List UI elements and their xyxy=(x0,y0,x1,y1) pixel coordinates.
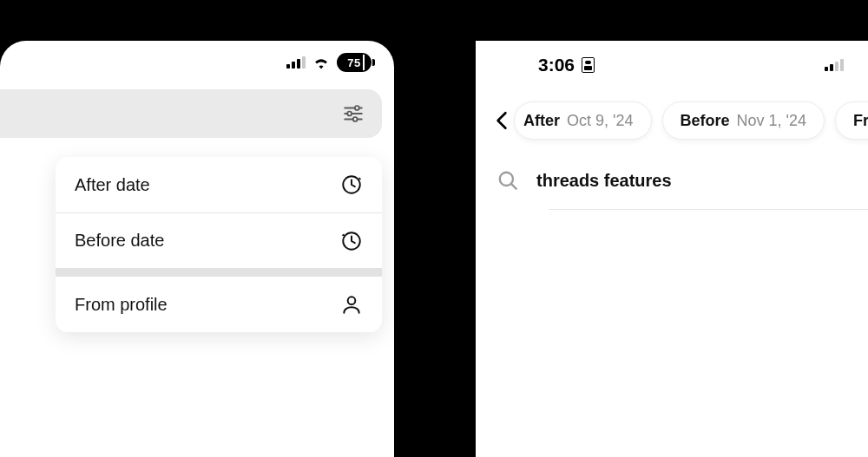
status-bar: 75 xyxy=(0,41,394,84)
id-card-icon xyxy=(582,57,595,73)
chip-value: Oct 9, '24 xyxy=(567,112,633,130)
search-query-text: threads features xyxy=(536,171,672,191)
filter-chip-after[interactable]: After Oct 9, '24 xyxy=(514,101,652,140)
battery-percent: 75 xyxy=(347,56,360,69)
cell-signal-icon xyxy=(825,59,844,71)
back-button[interactable] xyxy=(491,111,512,130)
filter-option-label: From profile xyxy=(75,295,168,315)
svg-line-10 xyxy=(511,184,516,188)
svg-point-8 xyxy=(348,297,356,304)
clock-time: 3:06 xyxy=(538,55,595,75)
search-result-row[interactable]: threads features xyxy=(476,152,868,202)
svg-point-5 xyxy=(353,117,358,121)
filter-option-label: After date xyxy=(75,175,150,195)
filter-chip-row: After Oct 9, '24 Before Nov 1, '24 From xyxy=(476,89,868,152)
wifi-icon xyxy=(312,55,330,69)
chip-key: Before xyxy=(681,112,730,130)
status-bar: 3:06 xyxy=(476,41,868,89)
chip-key: From xyxy=(853,112,868,130)
dropdown-separator xyxy=(56,268,382,277)
search-bar[interactable] xyxy=(0,89,382,138)
filter-option-label: Before date xyxy=(75,231,164,251)
filter-chip-from[interactable]: From xyxy=(835,101,868,140)
filter-sliders-icon[interactable] xyxy=(342,102,365,125)
clock-forward-icon xyxy=(340,173,363,196)
clock-back-icon xyxy=(340,230,363,252)
filter-option-before-date[interactable]: Before date xyxy=(56,212,382,268)
search-icon xyxy=(496,169,519,192)
battery-indicator: 75 xyxy=(337,53,372,72)
chip-key: After xyxy=(523,112,560,130)
cell-signal-icon xyxy=(286,56,306,69)
phone-screenshot-left: 75 After date Before date xyxy=(0,41,394,457)
divider xyxy=(549,209,868,210)
filter-option-after-date[interactable]: After date xyxy=(56,157,382,212)
phone-screenshot-right: 3:06 After Oct 9, '24 Before Nov 1, '24 … xyxy=(476,41,868,457)
filter-dropdown: After date Before date From profile xyxy=(56,157,382,332)
svg-point-1 xyxy=(355,106,359,110)
svg-point-3 xyxy=(347,112,352,116)
person-icon xyxy=(340,293,363,316)
filter-option-from-profile[interactable]: From profile xyxy=(56,277,382,332)
chip-value: Nov 1, '24 xyxy=(737,112,806,130)
filter-chip-before[interactable]: Before Nov 1, '24 xyxy=(662,101,825,140)
